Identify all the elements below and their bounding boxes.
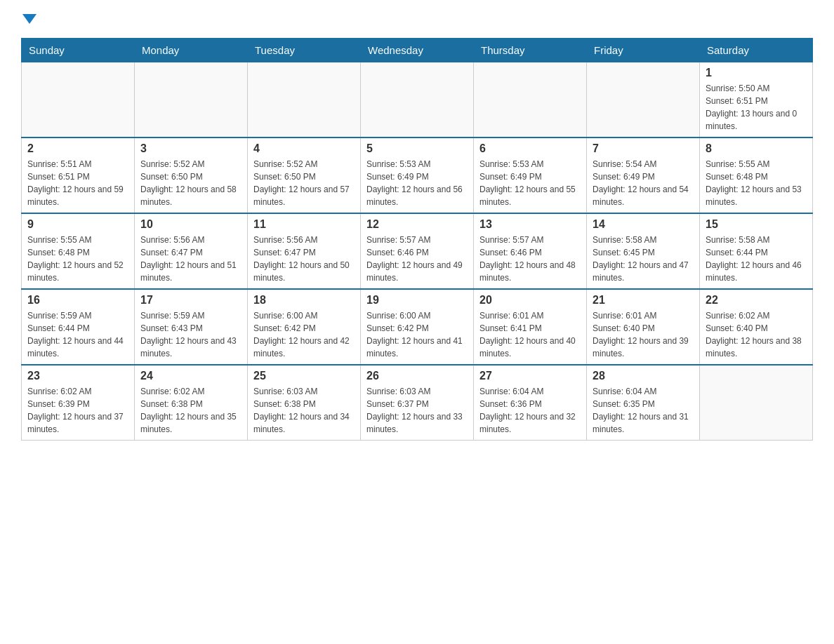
day-info: Sunrise: 6:03 AM Sunset: 6:38 PM Dayligh… — [253, 385, 355, 436]
logo-triangle-icon — [22, 14, 37, 24]
day-info: Sunrise: 5:53 AM Sunset: 6:49 PM Dayligh… — [366, 158, 468, 208]
calendar-table: SundayMondayTuesdayWednesdayThursdayFrid… — [21, 38, 813, 441]
day-number: 4 — [253, 142, 355, 155]
day-info: Sunrise: 5:55 AM Sunset: 6:48 PM Dayligh… — [27, 234, 128, 284]
calendar-day-cell: 1Sunrise: 5:50 AM Sunset: 6:51 PM Daylig… — [700, 62, 813, 138]
calendar-day-cell: 4Sunrise: 5:52 AM Sunset: 6:50 PM Daylig… — [248, 137, 361, 213]
day-number: 12 — [366, 218, 468, 231]
day-info: Sunrise: 5:52 AM Sunset: 6:50 PM Dayligh… — [140, 158, 241, 208]
calendar-day-cell: 28Sunrise: 6:04 AM Sunset: 6:35 PM Dayli… — [587, 365, 700, 441]
calendar-day-cell — [361, 62, 474, 138]
day-info: Sunrise: 5:52 AM Sunset: 6:50 PM Dayligh… — [253, 158, 355, 208]
calendar-day-cell: 8Sunrise: 5:55 AM Sunset: 6:48 PM Daylig… — [700, 137, 813, 213]
day-number: 3 — [140, 142, 241, 155]
calendar-day-cell: 25Sunrise: 6:03 AM Sunset: 6:38 PM Dayli… — [248, 365, 361, 441]
column-header-sunday: Sunday — [22, 39, 135, 62]
calendar-day-cell: 7Sunrise: 5:54 AM Sunset: 6:49 PM Daylig… — [587, 137, 700, 213]
calendar-week-row: 23Sunrise: 6:02 AM Sunset: 6:39 PM Dayli… — [22, 365, 813, 441]
day-info: Sunrise: 5:59 AM Sunset: 6:44 PM Dayligh… — [27, 309, 128, 360]
day-number: 2 — [27, 142, 128, 155]
column-header-saturday: Saturday — [700, 39, 813, 62]
calendar-day-cell: 15Sunrise: 5:58 AM Sunset: 6:44 PM Dayli… — [700, 213, 813, 289]
day-number: 26 — [366, 370, 468, 382]
calendar-week-row: 9Sunrise: 5:55 AM Sunset: 6:48 PM Daylig… — [22, 213, 813, 289]
day-number: 22 — [706, 294, 807, 307]
calendar-day-cell: 5Sunrise: 5:53 AM Sunset: 6:49 PM Daylig… — [361, 137, 474, 213]
calendar-day-cell: 19Sunrise: 6:00 AM Sunset: 6:42 PM Dayli… — [361, 289, 474, 365]
calendar-day-cell: 9Sunrise: 5:55 AM Sunset: 6:48 PM Daylig… — [22, 213, 135, 289]
day-number: 7 — [593, 142, 694, 155]
day-info: Sunrise: 6:00 AM Sunset: 6:42 PM Dayligh… — [253, 309, 355, 360]
column-header-monday: Monday — [135, 39, 248, 62]
day-info: Sunrise: 5:54 AM Sunset: 6:49 PM Dayligh… — [593, 158, 694, 208]
day-number: 19 — [366, 294, 468, 307]
day-number: 28 — [593, 370, 694, 382]
day-info: Sunrise: 5:59 AM Sunset: 6:43 PM Dayligh… — [140, 309, 241, 360]
day-number: 17 — [140, 294, 241, 307]
calendar-day-cell: 21Sunrise: 6:01 AM Sunset: 6:40 PM Dayli… — [587, 289, 700, 365]
day-number: 8 — [706, 142, 807, 155]
calendar-day-cell: 23Sunrise: 6:02 AM Sunset: 6:39 PM Dayli… — [22, 365, 135, 441]
calendar-week-row: 16Sunrise: 5:59 AM Sunset: 6:44 PM Dayli… — [22, 289, 813, 365]
day-info: Sunrise: 5:56 AM Sunset: 6:47 PM Dayligh… — [140, 234, 241, 284]
calendar-day-cell: 16Sunrise: 5:59 AM Sunset: 6:44 PM Dayli… — [22, 289, 135, 365]
calendar-day-cell: 22Sunrise: 6:02 AM Sunset: 6:40 PM Dayli… — [700, 289, 813, 365]
page-header — [21, 14, 813, 24]
calendar-day-cell: 26Sunrise: 6:03 AM Sunset: 6:37 PM Dayli… — [361, 365, 474, 441]
day-info: Sunrise: 6:02 AM Sunset: 6:38 PM Dayligh… — [140, 385, 241, 436]
calendar-day-cell: 12Sunrise: 5:57 AM Sunset: 6:46 PM Dayli… — [361, 213, 474, 289]
day-number: 1 — [706, 67, 807, 79]
day-info: Sunrise: 5:51 AM Sunset: 6:51 PM Dayligh… — [27, 158, 128, 208]
logo — [21, 14, 37, 24]
day-number: 18 — [253, 294, 355, 307]
day-info: Sunrise: 5:58 AM Sunset: 6:45 PM Dayligh… — [593, 234, 694, 284]
calendar-day-cell: 6Sunrise: 5:53 AM Sunset: 6:49 PM Daylig… — [474, 137, 587, 213]
day-info: Sunrise: 5:56 AM Sunset: 6:47 PM Dayligh… — [253, 234, 355, 284]
day-number: 20 — [479, 294, 581, 307]
day-info: Sunrise: 5:50 AM Sunset: 6:51 PM Dayligh… — [706, 82, 807, 133]
day-info: Sunrise: 6:02 AM Sunset: 6:39 PM Dayligh… — [27, 385, 128, 436]
day-info: Sunrise: 5:57 AM Sunset: 6:46 PM Dayligh… — [479, 234, 581, 284]
calendar-day-cell: 3Sunrise: 5:52 AM Sunset: 6:50 PM Daylig… — [135, 137, 248, 213]
column-header-wednesday: Wednesday — [361, 39, 474, 62]
day-number: 25 — [253, 370, 355, 382]
day-number: 14 — [593, 218, 694, 231]
day-info: Sunrise: 5:53 AM Sunset: 6:49 PM Dayligh… — [479, 158, 581, 208]
calendar-day-cell: 11Sunrise: 5:56 AM Sunset: 6:47 PM Dayli… — [248, 213, 361, 289]
day-number: 13 — [479, 218, 581, 231]
day-number: 9 — [27, 218, 128, 231]
calendar-day-cell — [248, 62, 361, 138]
calendar-week-row: 2Sunrise: 5:51 AM Sunset: 6:51 PM Daylig… — [22, 137, 813, 213]
day-number: 27 — [479, 370, 581, 382]
calendar-day-cell: 2Sunrise: 5:51 AM Sunset: 6:51 PM Daylig… — [22, 137, 135, 213]
calendar-day-cell: 10Sunrise: 5:56 AM Sunset: 6:47 PM Dayli… — [135, 213, 248, 289]
day-number: 6 — [479, 142, 581, 155]
day-info: Sunrise: 6:02 AM Sunset: 6:40 PM Dayligh… — [706, 309, 807, 360]
calendar-day-cell: 27Sunrise: 6:04 AM Sunset: 6:36 PM Dayli… — [474, 365, 587, 441]
day-info: Sunrise: 6:00 AM Sunset: 6:42 PM Dayligh… — [366, 309, 468, 360]
day-number: 21 — [593, 294, 694, 307]
calendar-day-cell: 13Sunrise: 5:57 AM Sunset: 6:46 PM Dayli… — [474, 213, 587, 289]
day-info: Sunrise: 5:55 AM Sunset: 6:48 PM Dayligh… — [706, 158, 807, 208]
day-number: 15 — [706, 218, 807, 231]
calendar-day-cell: 20Sunrise: 6:01 AM Sunset: 6:41 PM Dayli… — [474, 289, 587, 365]
calendar-day-cell: 14Sunrise: 5:58 AM Sunset: 6:45 PM Dayli… — [587, 213, 700, 289]
calendar-day-cell — [22, 62, 135, 138]
calendar-day-cell: 17Sunrise: 5:59 AM Sunset: 6:43 PM Dayli… — [135, 289, 248, 365]
day-number: 5 — [366, 142, 468, 155]
day-info: Sunrise: 5:58 AM Sunset: 6:44 PM Dayligh… — [706, 234, 807, 284]
day-number: 11 — [253, 218, 355, 231]
calendar-week-row: 1Sunrise: 5:50 AM Sunset: 6:51 PM Daylig… — [22, 62, 813, 138]
calendar-day-cell: 24Sunrise: 6:02 AM Sunset: 6:38 PM Dayli… — [135, 365, 248, 441]
day-info: Sunrise: 6:01 AM Sunset: 6:41 PM Dayligh… — [479, 309, 581, 360]
calendar-header-row: SundayMondayTuesdayWednesdayThursdayFrid… — [22, 39, 813, 62]
day-info: Sunrise: 6:03 AM Sunset: 6:37 PM Dayligh… — [366, 385, 468, 436]
column-header-friday: Friday — [587, 39, 700, 62]
calendar-day-cell: 18Sunrise: 6:00 AM Sunset: 6:42 PM Dayli… — [248, 289, 361, 365]
day-number: 10 — [140, 218, 241, 231]
calendar-day-cell — [474, 62, 587, 138]
day-info: Sunrise: 5:57 AM Sunset: 6:46 PM Dayligh… — [366, 234, 468, 284]
column-header-tuesday: Tuesday — [248, 39, 361, 62]
day-info: Sunrise: 6:04 AM Sunset: 6:35 PM Dayligh… — [593, 385, 694, 436]
calendar-day-cell — [700, 365, 813, 441]
